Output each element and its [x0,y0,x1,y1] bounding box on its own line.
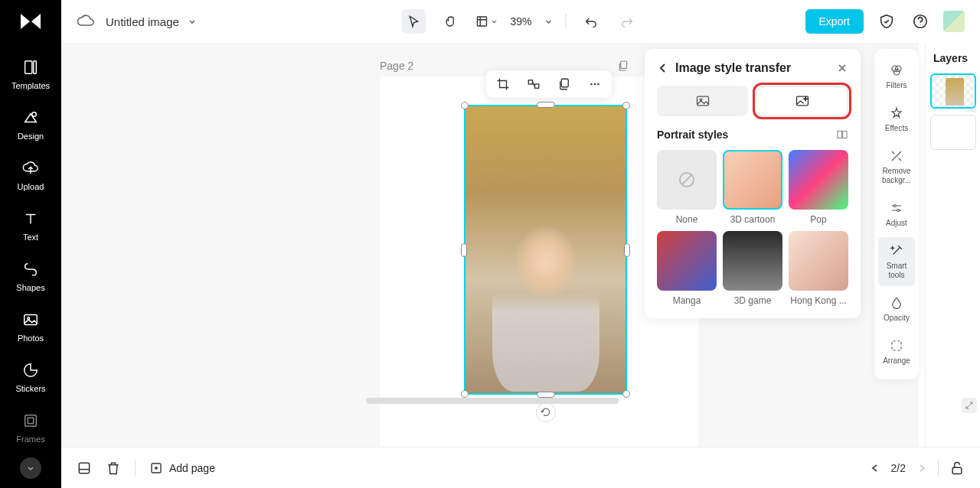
svg-rect-18 [796,96,808,106]
text-icon [21,210,40,228]
page-indicator: 2/2 [891,462,906,474]
resize-handle-mr[interactable] [624,243,630,257]
svg-point-15 [597,83,599,85]
delete-icon[interactable] [106,460,121,476]
mode-tab-image[interactable] [657,86,748,116]
layers-title: Layers [930,52,975,64]
document-title[interactable]: Untitled image [106,15,179,28]
redo-button[interactable] [616,9,640,34]
undo-button[interactable] [579,9,603,34]
shield-icon[interactable] [876,11,897,32]
style-option-none[interactable]: None [657,150,717,225]
smart-tools-icon [889,243,904,259]
sidebar-item-frames[interactable]: Frames [16,412,44,444]
divider [135,460,136,477]
sidebar-more-button[interactable] [20,457,41,479]
layer-scale-icon[interactable] [962,398,977,413]
select-tool-button[interactable] [401,9,426,34]
style-option-pop[interactable]: Pop [789,150,848,225]
style-grid: None 3D cartoon Pop Manga 3D game Hong K… [657,150,848,306]
duplicate-button[interactable] [555,75,573,93]
rotate-handle[interactable] [536,402,556,422]
resize-handle-ml[interactable] [461,243,467,257]
panel-title: Image style transfer [675,61,836,75]
pan-tool-button[interactable] [438,9,462,34]
sidebar-item-photos[interactable]: Photos [18,311,44,343]
upload-icon [21,159,40,177]
style-thumb-3d-cartoon [723,150,782,210]
style-thumb-3d-game [723,231,782,291]
sidebar-label: Photos [18,333,44,343]
svg-rect-29 [952,467,962,473]
sidebar-item-templates[interactable]: Templates [11,58,50,90]
rp-remove-bg[interactable]: Remove backgr... [878,142,915,191]
horizontal-scrollbar[interactable] [366,398,619,404]
style-option-3d-cartoon[interactable]: 3D cartoon [723,150,782,225]
sidebar-item-text[interactable]: Text [21,210,40,242]
sidebar-item-shapes[interactable]: Shapes [16,260,44,292]
style-option-3d-game[interactable]: 3D game [723,231,782,306]
flip-button[interactable] [524,75,543,93]
rp-filters[interactable]: Filters [878,57,915,96]
panel-close-button[interactable] [836,62,848,74]
rp-arrange[interactable]: Arrange [878,332,915,372]
page-duplicate-icon[interactable] [617,60,629,72]
current-color-swatch[interactable] [943,11,965,32]
resize-handle-bl[interactable] [461,390,469,398]
panel-back-button[interactable] [657,62,669,74]
cloud-sync-icon[interactable] [77,12,95,31]
style-thumb-pop [789,150,848,210]
zoom-dropdown-chevron[interactable] [544,17,554,26]
export-button[interactable]: Export [805,9,864,34]
svg-point-23 [896,66,902,72]
mode-tabs [657,86,848,116]
rp-smart-tools[interactable]: Smart tools [878,237,915,286]
sidebar-item-design[interactable]: Design [18,109,44,141]
layers-panel: Layers [925,43,980,447]
zoom-level[interactable]: 39% [510,15,531,28]
svg-rect-11 [535,84,539,88]
style-transfer-panel: Image style transfer Portrait styles Non… [645,49,861,318]
app-logo[interactable] [15,9,46,34]
sidebar-item-upload[interactable]: Upload [18,159,44,191]
divider [938,460,939,477]
resize-handle-bm[interactable] [537,392,555,398]
resize-handle-tm[interactable] [537,102,555,108]
bottom-left-actions: Add page [77,460,215,477]
rp-adjust[interactable]: Adjust [878,194,915,234]
remove-bg-icon [889,148,904,164]
lock-icon[interactable] [949,460,965,476]
page-next-button[interactable] [916,463,927,473]
sidebar-item-stickers[interactable]: Stickers [15,361,45,393]
svg-rect-3 [24,315,38,325]
selected-image[interactable] [464,105,627,395]
style-option-hong-kong[interactable]: Hong Kong ... [789,231,848,306]
layer-thumb-1[interactable] [930,73,976,109]
title-dropdown-chevron[interactable] [187,16,198,27]
resize-handle-br[interactable] [622,390,630,398]
rp-effects[interactable]: Effects [878,99,915,139]
more-options-button[interactable] [586,75,604,93]
rp-opacity[interactable]: Opacity [878,289,915,329]
divider [566,14,567,29]
arrange-icon [889,338,904,353]
crop-button[interactable] [494,75,512,93]
mode-tab-ai-style[interactable] [756,86,848,116]
top-bar: Untitled image 39% Export [61,0,980,43]
panel-header: Image style transfer [657,61,848,75]
style-option-manga[interactable]: Manga [657,231,717,306]
style-thumb-manga [657,231,717,291]
add-page-button[interactable]: Add page [149,461,215,475]
page-prev-button[interactable] [870,463,880,473]
svg-rect-20 [843,131,847,138]
shapes-icon [21,260,40,278]
layer-thumb-2[interactable] [930,115,976,150]
compare-icon[interactable] [836,129,848,141]
resize-handle-tr[interactable] [622,102,630,109]
adjust-icon [889,200,904,216]
pages-grid-icon[interactable] [77,460,92,476]
help-icon[interactable] [910,11,931,32]
frame-tool-button[interactable] [475,9,498,34]
image-floating-toolbar [486,70,612,98]
resize-handle-tl[interactable] [461,102,469,109]
